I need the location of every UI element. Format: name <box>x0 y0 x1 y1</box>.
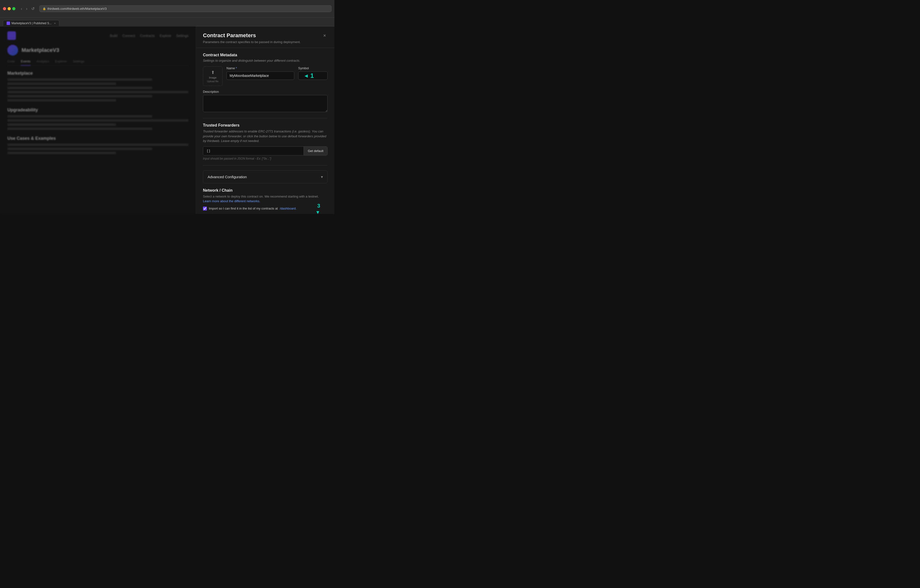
annotation-1-arrow: ◄ 1 <box>304 72 314 79</box>
blur-line-3 <box>7 87 152 89</box>
annotation-3-number: 3 <box>317 203 320 209</box>
import-label: Import so I can find it in the list of m… <box>209 207 278 210</box>
network-desc: Select a network to deploy this contract… <box>203 194 327 204</box>
url-text: thirdweb.com/thirdweb.eth/MarketplaceV3 <box>47 7 107 11</box>
use-cases-section: Use Cases & Examples <box>7 136 188 154</box>
json-hint: Input should be passed in JSON format - … <box>203 157 327 160</box>
forwarders-title: Trusted Forwarders <box>203 123 327 128</box>
name-input-wrapper: ◄ 1 <box>227 71 294 80</box>
close-tab-button[interactable]: × <box>54 22 55 25</box>
browser-tab[interactable]: MarketplaceV3 | Published S... × <box>3 20 59 26</box>
address-bar[interactable]: 🔒 thirdweb.com/thirdweb.eth/MarketplaceV… <box>39 5 332 12</box>
description-container: Description <box>203 90 327 113</box>
right-panel: Contract Parameters Parameters the contr… <box>196 26 334 214</box>
annotation-1-number: 1 <box>310 72 314 79</box>
advanced-config-title: Advanced Configuration <box>207 175 247 179</box>
section-divider-2 <box>203 165 327 165</box>
panel-subtitle: Parameters the contract specifies to be … <box>203 40 301 44</box>
app-logo <box>7 31 16 40</box>
close-panel-button[interactable]: × <box>322 32 327 39</box>
blur-line-5 <box>7 95 152 97</box>
description-label: Description <box>203 90 327 94</box>
blur-line-10 <box>7 128 152 130</box>
nav-item-connect: Connect <box>122 34 135 38</box>
browser-chrome: ‹ › ↺ 🔒 thirdweb.com/thirdweb.eth/Market… <box>0 0 334 18</box>
blur-line-6 <box>7 99 116 102</box>
left-content-panel: Build Connect Contracts Explore Settings… <box>0 26 196 214</box>
upgradeability-section: Upgradeability <box>7 107 188 130</box>
panel-title-area: Contract Parameters Parameters the contr… <box>203 32 301 44</box>
chevron-down-icon: ▾ <box>321 175 323 179</box>
name-input[interactable] <box>227 71 294 80</box>
network-section: Network / Chain Select a network to depl… <box>203 188 327 214</box>
forward-button[interactable]: › <box>24 5 29 12</box>
panel-header: Contract Parameters Parameters the contr… <box>196 26 334 48</box>
import-checkbox[interactable] <box>203 207 207 211</box>
reload-button[interactable]: ↺ <box>30 5 36 12</box>
blur-line-7 <box>7 115 152 118</box>
marketplace-heading: Marketplace <box>7 71 188 76</box>
lock-icon: 🔒 <box>42 7 46 10</box>
tab-title: MarketplaceV3 | Published S... <box>11 21 52 25</box>
required-indicator: * <box>236 66 237 70</box>
description-input[interactable] <box>203 95 327 112</box>
name-field-container: Name * ◄ 1 <box>227 66 294 80</box>
symbol-field-label: Symbol <box>298 66 327 70</box>
blur-line-9 <box>7 123 116 126</box>
metadata-section-title: Contract Metadata <box>203 53 327 57</box>
contract-icon <box>7 45 18 55</box>
image-upload-area[interactable]: ⬆ Image Upload file <box>203 66 222 86</box>
blur-line-4 <box>7 91 188 93</box>
panel-title: Contract Parameters <box>203 32 301 39</box>
tab-events: Events <box>21 60 31 66</box>
forwarders-input-row: Get default <box>203 146 327 156</box>
advanced-config-section[interactable]: Advanced Configuration ▾ <box>203 170 327 183</box>
blur-line-2 <box>7 83 116 85</box>
forwarders-input[interactable] <box>203 147 304 155</box>
use-cases-heading: Use Cases & Examples <box>7 136 188 141</box>
contract-title: MarketplaceV3 <box>21 47 59 53</box>
left-header: Build Connect Contracts Explore Settings <box>7 31 188 40</box>
import-checkbox-row: Import so I can find it in the list of m… <box>203 207 327 211</box>
nav-item-settings: Settings <box>176 34 188 38</box>
network-chain-title: Network / Chain <box>203 188 327 193</box>
marketplace-section: Marketplace <box>7 71 188 102</box>
annotation-3-group: 3 ▼ <box>315 203 320 214</box>
tab-analytics: Analytics <box>36 60 49 66</box>
nav-item-contracts: Contracts <box>140 34 155 38</box>
forwarders-desc: Trusted forwarder addresses to enable ER… <box>203 129 327 143</box>
upload-icon: ⬆ <box>211 70 215 75</box>
image-label: Image <box>209 76 217 79</box>
arrow-left-icon: ◄ <box>304 73 309 79</box>
close-window-button[interactable] <box>3 7 6 10</box>
metadata-grid: ⬆ Image Upload file Name * ◄ 1 <box>203 66 327 86</box>
tab-code: Code <box>7 60 15 66</box>
maximize-window-button[interactable] <box>12 7 15 10</box>
section-tabs: Code Events Analytics Explorer Settings <box>7 60 188 66</box>
nav-buttons: ‹ › ↺ <box>19 5 36 12</box>
arrow-down-icon: ▼ <box>315 209 320 214</box>
back-button[interactable]: ‹ <box>19 5 24 12</box>
tab-bar: MarketplaceV3 | Published S... × <box>0 18 334 26</box>
panel-body: Contract Metadata Settings to organize a… <box>196 48 334 214</box>
dashboard-link[interactable]: /dashboard. <box>280 207 297 210</box>
metadata-section-desc: Settings to organize and distinguish bet… <box>203 59 327 62</box>
main-nav: Build Connect Contracts Explore Settings <box>110 34 188 38</box>
nav-item-explore: Explore <box>160 34 171 38</box>
minimize-window-button[interactable] <box>8 7 11 10</box>
upload-file-label: Upload file <box>207 80 219 83</box>
get-default-button[interactable]: Get default <box>304 147 327 155</box>
blur-line-11 <box>7 143 188 146</box>
upgradeability-heading: Upgradeability <box>7 107 188 113</box>
learn-more-link[interactable]: Learn more about the different networks. <box>203 199 260 203</box>
blur-line-1 <box>7 78 152 81</box>
nav-item-build: Build <box>110 34 118 38</box>
trusted-forwarders-section: Trusted Forwarders Trusted forwarder add… <box>203 123 327 160</box>
tab-settings-page: Settings <box>73 60 84 66</box>
blur-line-12 <box>7 147 152 150</box>
favicon <box>6 21 10 25</box>
blur-line-8 <box>7 119 188 121</box>
traffic-lights <box>3 7 15 10</box>
page-container: Build Connect Contracts Explore Settings… <box>0 26 334 214</box>
tab-explorer: Explorer <box>55 60 67 66</box>
